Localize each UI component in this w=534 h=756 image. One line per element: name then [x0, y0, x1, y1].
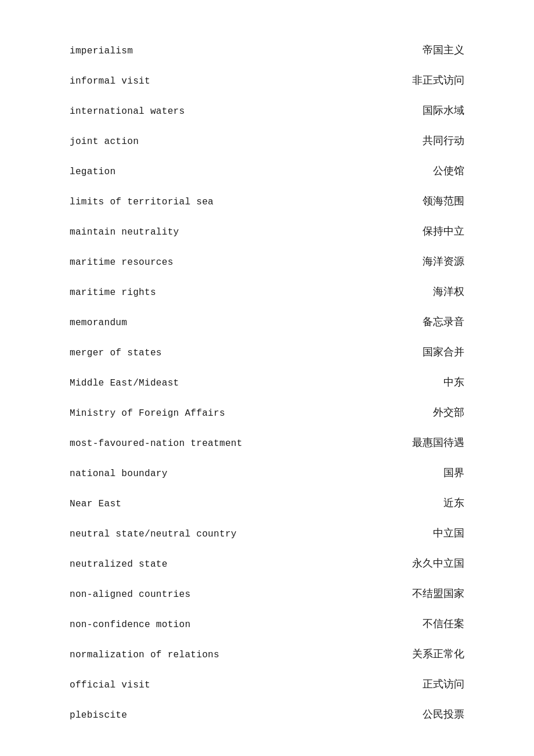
- term-english: normalization of relations: [70, 650, 219, 660]
- term-chinese: 不结盟国家: [412, 586, 464, 600]
- term-english: limits of territorial sea: [70, 197, 214, 207]
- term-chinese: 近东: [443, 496, 464, 510]
- term-chinese: 不信任案: [423, 617, 464, 631]
- term-chinese: 正式访问: [423, 677, 464, 691]
- glossary-row: national boundary国界: [70, 458, 464, 488]
- term-english: international waters: [70, 106, 185, 117]
- term-english: merger of states: [70, 348, 162, 358]
- term-chinese: 公民投票: [423, 707, 464, 721]
- term-english: legation: [70, 167, 116, 177]
- term-chinese: 永久中立国: [412, 556, 464, 570]
- term-english: most-favoured-nation treatment: [70, 438, 243, 449]
- term-chinese: 共同行动: [423, 134, 464, 147]
- term-english: maritime rights: [70, 287, 156, 298]
- glossary-row: non-confidence motion不信任案: [70, 609, 464, 639]
- term-chinese: 最惠国待遇: [412, 435, 464, 449]
- glossary-row: international waters国际水域: [70, 95, 464, 125]
- term-english: imperialism: [70, 46, 133, 56]
- glossary-row: maritime rights海洋权: [70, 276, 464, 307]
- glossary-row: maintain neutrality保持中立: [70, 216, 464, 246]
- glossary-row: plebiscite公民投票: [70, 699, 464, 729]
- glossary-row: legation公使馆: [70, 156, 464, 186]
- term-chinese: 备忘录音: [423, 315, 464, 329]
- term-english: joint action: [70, 136, 139, 147]
- glossary-table: imperialism帝国主义informal visit非正式访问intern…: [0, 35, 534, 729]
- glossary-row: Ministry of Foreign Affairs外交部: [70, 397, 464, 427]
- term-english: informal visit: [70, 76, 150, 87]
- term-chinese: 关系正常化: [412, 647, 464, 661]
- term-chinese: 外交部: [433, 405, 464, 419]
- glossary-row: joint action共同行动: [70, 125, 464, 156]
- glossary-row: most-favoured-nation treatment最惠国待遇: [70, 427, 464, 458]
- term-chinese: 保持中立: [423, 224, 464, 238]
- term-english: plebiscite: [70, 710, 127, 721]
- term-english: non-aligned countries: [70, 589, 190, 600]
- term-english: neutral state/neutral country: [70, 529, 237, 539]
- glossary-row: Middle East/Mideast中东: [70, 367, 464, 397]
- glossary-row: neutralized state永久中立国: [70, 548, 464, 578]
- term-chinese: 海洋资源: [423, 254, 464, 268]
- glossary-row: normalization of relations关系正常化: [70, 639, 464, 669]
- term-english: Ministry of Foreign Affairs: [70, 408, 225, 419]
- term-chinese: 国界: [443, 466, 464, 480]
- term-chinese: 帝国主义: [423, 43, 464, 57]
- term-english: Near East: [70, 499, 121, 509]
- glossary-row: official visit正式访问: [70, 669, 464, 699]
- term-english: national boundary: [70, 469, 168, 479]
- term-chinese: 领海范围: [423, 194, 464, 208]
- term-chinese: 非正式访问: [412, 73, 464, 87]
- term-chinese: 国家合并: [423, 345, 464, 359]
- glossary-row: memorandum备忘录音: [70, 307, 464, 337]
- term-chinese: 国际水域: [423, 103, 464, 117]
- term-chinese: 海洋权: [433, 285, 464, 298]
- term-chinese: 中东: [443, 375, 464, 389]
- term-english: memorandum: [70, 318, 127, 328]
- glossary-row: neutral state/neutral country中立国: [70, 518, 464, 548]
- term-english: maritime resources: [70, 257, 174, 268]
- glossary-row: limits of territorial sea领海范围: [70, 186, 464, 216]
- glossary-row: informal visit非正式访问: [70, 65, 464, 95]
- glossary-row: non-aligned countries不结盟国家: [70, 578, 464, 609]
- glossary-row: Near East近东: [70, 488, 464, 518]
- glossary-row: merger of states国家合并: [70, 337, 464, 367]
- term-english: official visit: [70, 680, 150, 690]
- glossary-row: maritime resources海洋资源: [70, 246, 464, 276]
- term-chinese: 中立国: [433, 526, 464, 540]
- term-english: maintain neutrality: [70, 227, 179, 237]
- term-english: non-confidence motion: [70, 620, 190, 630]
- term-english: neutralized state: [70, 559, 168, 570]
- term-english: Middle East/Mideast: [70, 378, 179, 388]
- term-chinese: 公使馆: [433, 164, 464, 178]
- glossary-row: imperialism帝国主义: [70, 35, 464, 65]
